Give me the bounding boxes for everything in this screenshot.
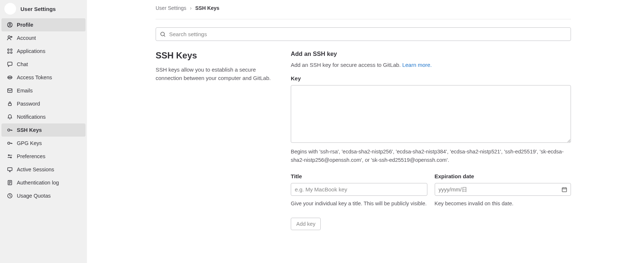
sidebar-item-ssh-keys[interactable]: SSH Keys bbox=[1, 123, 85, 137]
breadcrumb-parent[interactable]: User Settings bbox=[156, 5, 186, 11]
sidebar-item-label: SSH Keys bbox=[17, 127, 42, 133]
sidebar-item-label: Access Tokens bbox=[17, 75, 52, 80]
title-help: Give your individual key a title. This w… bbox=[291, 199, 427, 208]
breadcrumb-current: SSH Keys bbox=[195, 5, 220, 11]
svg-point-10 bbox=[9, 77, 10, 78]
svg-point-17 bbox=[11, 157, 12, 158]
gpg-key-icon bbox=[7, 140, 13, 146]
sidebar-item-label: Profile bbox=[17, 22, 33, 28]
sidebar-item-label: Password bbox=[17, 101, 40, 107]
sidebar-item-label: Notifications bbox=[17, 114, 46, 120]
expire-input[interactable] bbox=[435, 183, 571, 196]
tokens-icon bbox=[7, 74, 13, 81]
sidebar-item-label: Authentication log bbox=[17, 180, 59, 186]
svg-point-16 bbox=[8, 155, 9, 156]
sidebar-title: User Settings bbox=[20, 6, 56, 12]
svg-rect-22 bbox=[562, 188, 567, 192]
sidebar-item-label: Usage Quotas bbox=[17, 193, 51, 199]
chevron-right-icon: › bbox=[190, 5, 192, 11]
password-icon bbox=[7, 100, 13, 107]
form-subdesc-text: Add an SSH key for secure access to GitL… bbox=[291, 62, 402, 68]
svg-point-11 bbox=[11, 77, 11, 78]
applications-icon bbox=[7, 48, 13, 54]
sidebar-item-label: Active Sessions bbox=[17, 167, 54, 172]
svg-rect-6 bbox=[8, 52, 9, 53]
sidebar-item-profile[interactable]: Profile bbox=[1, 18, 85, 31]
profile-icon bbox=[7, 22, 13, 28]
key-help: Begins with 'ssh-rsa', 'ecdsa-sha2-nistp… bbox=[291, 148, 571, 164]
svg-rect-7 bbox=[11, 52, 12, 53]
svg-rect-5 bbox=[11, 49, 12, 50]
sidebar-item-label: GPG Keys bbox=[17, 140, 42, 146]
sidebar-item-access-tokens[interactable]: Access Tokens bbox=[1, 71, 85, 84]
sidebar-item-label: Emails bbox=[17, 88, 33, 94]
title-input[interactable] bbox=[291, 183, 427, 196]
search-wrap bbox=[156, 27, 571, 41]
section-info: SSH Keys SSH keys allow you to establish… bbox=[156, 50, 276, 230]
svg-rect-4 bbox=[8, 49, 9, 50]
title-field-group: Title Give your individual key a title. … bbox=[291, 173, 427, 208]
sidebar-item-label: Preferences bbox=[17, 153, 45, 159]
expire-help: Key becomes invalid on this date. bbox=[435, 199, 571, 208]
svg-point-21 bbox=[161, 32, 164, 36]
title-label: Title bbox=[291, 173, 427, 179]
sidebar-item-preferences[interactable]: Preferences bbox=[1, 150, 85, 163]
key-textarea[interactable] bbox=[291, 85, 571, 143]
ssh-key-form: Add an SSH key Add an SSH key for secure… bbox=[291, 50, 571, 230]
sidebar-item-active-sessions[interactable]: Active Sessions bbox=[1, 163, 85, 176]
sidebar: User Settings Profile Account Applicatio… bbox=[0, 0, 87, 263]
sidebar-item-label: Applications bbox=[17, 48, 45, 54]
sidebar-item-usage-quotas[interactable]: Usage Quotas bbox=[1, 189, 85, 202]
account-icon bbox=[7, 35, 13, 41]
learn-more-link[interactable]: Learn more. bbox=[402, 62, 432, 68]
svg-rect-18 bbox=[8, 168, 12, 171]
calendar-icon[interactable] bbox=[561, 187, 567, 193]
svg-point-1 bbox=[9, 23, 11, 25]
sidebar-item-account[interactable]: Account bbox=[1, 31, 85, 45]
add-key-button[interactable]: Add key bbox=[291, 218, 321, 230]
form-heading: Add an SSH key bbox=[291, 50, 571, 57]
svg-rect-12 bbox=[8, 89, 12, 92]
sidebar-nav: Profile Account Applications Chat Access… bbox=[0, 18, 87, 202]
sessions-icon bbox=[7, 166, 13, 173]
emails-icon bbox=[7, 87, 13, 94]
sidebar-item-applications[interactable]: Applications bbox=[1, 45, 85, 58]
search-icon bbox=[160, 31, 166, 37]
section-description: SSH keys allow you to establish a secure… bbox=[156, 66, 276, 82]
preferences-icon bbox=[7, 153, 13, 160]
sidebar-header: User Settings bbox=[0, 0, 87, 18]
key-label: Key bbox=[291, 75, 571, 81]
svg-rect-13 bbox=[8, 103, 11, 106]
sidebar-item-password[interactable]: Password bbox=[1, 97, 85, 110]
sidebar-item-notifications[interactable]: Notifications bbox=[1, 110, 85, 123]
sidebar-item-emails[interactable]: Emails bbox=[1, 84, 85, 97]
svg-point-15 bbox=[8, 142, 10, 144]
search-input[interactable] bbox=[156, 27, 571, 41]
expire-field-group: Expiration date Key becomes invalid on t… bbox=[435, 173, 571, 208]
sidebar-item-chat[interactable]: Chat bbox=[1, 58, 85, 71]
section-title: SSH Keys bbox=[156, 50, 276, 61]
sidebar-item-gpg-keys[interactable]: GPG Keys bbox=[1, 137, 85, 150]
avatar[interactable] bbox=[4, 3, 16, 15]
chat-icon bbox=[7, 61, 13, 68]
svg-point-3 bbox=[11, 37, 12, 37]
svg-point-2 bbox=[8, 36, 10, 38]
form-subdesc: Add an SSH key for secure access to GitL… bbox=[291, 62, 571, 68]
sidebar-item-label: Account bbox=[17, 35, 36, 41]
breadcrumb: User Settings › SSH Keys bbox=[156, 5, 571, 11]
notifications-icon bbox=[7, 114, 13, 120]
svg-point-9 bbox=[8, 77, 9, 78]
svg-point-14 bbox=[8, 129, 10, 131]
quotas-icon bbox=[7, 193, 13, 199]
authlog-icon bbox=[7, 179, 13, 186]
expire-label: Expiration date bbox=[435, 173, 571, 179]
divider bbox=[156, 19, 571, 19]
ssh-key-icon bbox=[7, 127, 13, 133]
main-content: User Settings › SSH Keys SSH Keys SSH ke… bbox=[87, 0, 644, 263]
sidebar-item-label: Chat bbox=[17, 61, 28, 67]
sidebar-item-authentication-log[interactable]: Authentication log bbox=[1, 176, 85, 189]
